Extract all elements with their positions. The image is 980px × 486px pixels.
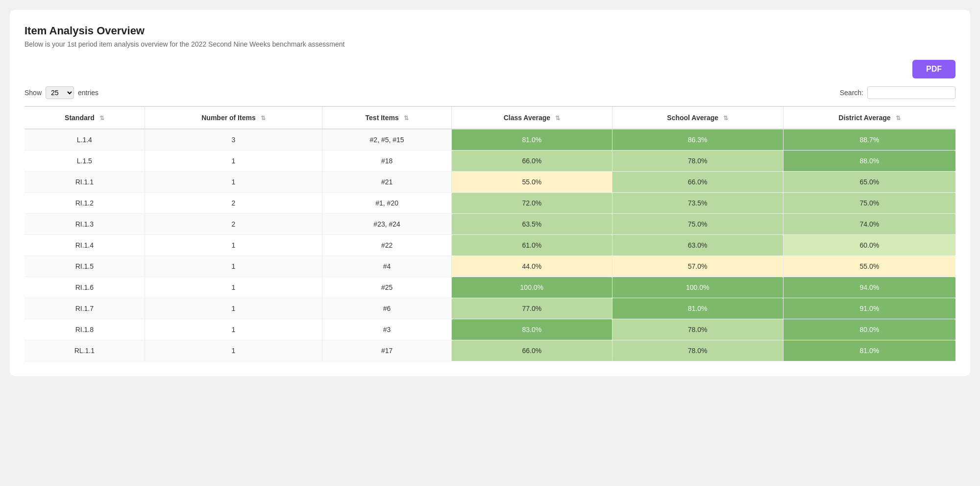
col-num-items-label: Number of Items [201,114,255,122]
cell-standard: RI.1.6 [24,277,145,298]
cell-test-items: #4 [322,256,452,277]
page-title: Item Analysis Overview [24,25,956,37]
cell-num-items: 1 [145,172,322,193]
cell-num-items: 2 [145,214,322,235]
sort-icon-class-avg: ⇅ [555,115,560,122]
col-class-avg-label: Class Average [504,114,550,122]
col-district-avg-label: District Average [838,114,890,122]
cell-standard: RI.1.8 [24,319,145,340]
cell-school-avg: 63.0% [612,235,783,256]
cell-class-avg: 63.5% [452,214,612,235]
col-test-items-label: Test Items [366,114,399,122]
cell-school-avg: 78.0% [612,319,783,340]
entries-select[interactable]: 102550100 [46,86,74,99]
page-subtitle: Below is your 1st period item analysis o… [24,40,956,48]
cell-num-items: 1 [145,151,322,172]
cell-standard: RI.1.7 [24,298,145,319]
table-row: L.1.43#2, #5, #1581.0%86.3%88.7% [24,129,956,151]
show-entries-control: Show 102550100 entries [24,86,98,99]
cell-district-avg: 80.0% [783,319,956,340]
cell-standard: RI.1.2 [24,193,145,214]
cell-num-items: 2 [145,193,322,214]
cell-school-avg: 81.0% [612,298,783,319]
cell-district-avg: 74.0% [783,214,956,235]
cell-district-avg: 60.0% [783,235,956,256]
cell-test-items: #3 [322,319,452,340]
cell-school-avg: 78.0% [612,151,783,172]
cell-class-avg: 66.0% [452,340,612,361]
cell-class-avg: 66.0% [452,151,612,172]
cell-class-avg: 83.0% [452,319,612,340]
col-header-district-avg[interactable]: District Average ⇅ [783,106,956,129]
table-row: RI.1.32#23, #2463.5%75.0%74.0% [24,214,956,235]
table-row: RI.1.41#2261.0%63.0%60.0% [24,235,956,256]
cell-num-items: 1 [145,298,322,319]
cell-num-items: 1 [145,256,322,277]
cell-test-items: #22 [322,235,452,256]
show-label: Show [24,89,42,97]
search-box: Search: [840,86,956,99]
cell-class-avg: 61.0% [452,235,612,256]
toolbar: PDF [24,60,956,78]
cell-test-items: #2, #5, #15 [322,129,452,151]
cell-standard: L.1.5 [24,151,145,172]
cell-district-avg: 65.0% [783,172,956,193]
cell-school-avg: 73.5% [612,193,783,214]
col-header-standard[interactable]: Standard ⇅ [24,106,145,129]
main-container: Item Analysis Overview Below is your 1st… [10,10,970,376]
sort-icon-test-items: ⇅ [404,115,409,122]
cell-district-avg: 91.0% [783,298,956,319]
pdf-button[interactable]: PDF [912,60,956,78]
table-row: L.1.51#1866.0%78.0%88.0% [24,151,956,172]
table-row: RI.1.11#2155.0%66.0%65.0% [24,172,956,193]
sort-icon-num-items: ⇅ [261,115,266,122]
search-input[interactable] [867,86,956,99]
entries-label: entries [78,89,98,97]
cell-num-items: 1 [145,319,322,340]
sort-icon-district-avg: ⇅ [896,115,901,122]
col-school-avg-label: School Average [667,114,718,122]
data-table: Standard ⇅ Number of Items ⇅ Test Items … [24,106,956,361]
cell-class-avg: 77.0% [452,298,612,319]
cell-class-avg: 100.0% [452,277,612,298]
cell-school-avg: 100.0% [612,277,783,298]
table-row: RI.1.61#25100.0%100.0%94.0% [24,277,956,298]
sort-icon-standard: ⇅ [99,115,104,122]
cell-class-avg: 55.0% [452,172,612,193]
cell-standard: RI.1.4 [24,235,145,256]
cell-class-avg: 72.0% [452,193,612,214]
sort-icon-school-avg: ⇅ [723,115,728,122]
cell-standard: RI.1.1 [24,172,145,193]
table-row: RI.1.71#677.0%81.0%91.0% [24,298,956,319]
col-header-test-items[interactable]: Test Items ⇅ [322,106,452,129]
search-label: Search: [840,89,863,97]
table-row: RL.1.11#1766.0%78.0%81.0% [24,340,956,361]
col-header-class-avg[interactable]: Class Average ⇅ [452,106,612,129]
cell-district-avg: 88.7% [783,129,956,151]
cell-class-avg: 44.0% [452,256,612,277]
cell-district-avg: 94.0% [783,277,956,298]
cell-standard: RL.1.1 [24,340,145,361]
col-header-school-avg[interactable]: School Average ⇅ [612,106,783,129]
cell-standard: RI.1.5 [24,256,145,277]
col-header-num-items[interactable]: Number of Items ⇅ [145,106,322,129]
col-standard-label: Standard [65,114,95,122]
cell-test-items: #1, #20 [322,193,452,214]
cell-test-items: #25 [322,277,452,298]
cell-test-items: #21 [322,172,452,193]
cell-school-avg: 86.3% [612,129,783,151]
cell-test-items: #23, #24 [322,214,452,235]
cell-district-avg: 75.0% [783,193,956,214]
cell-num-items: 1 [145,340,322,361]
table-row: RI.1.22#1, #2072.0%73.5%75.0% [24,193,956,214]
cell-standard: RI.1.3 [24,214,145,235]
cell-standard: L.1.4 [24,129,145,151]
table-row: RI.1.51#444.0%57.0%55.0% [24,256,956,277]
table-controls: Show 102550100 entries Search: [24,86,956,99]
cell-district-avg: 55.0% [783,256,956,277]
cell-class-avg: 81.0% [452,129,612,151]
cell-district-avg: 88.0% [783,151,956,172]
table-body: L.1.43#2, #5, #1581.0%86.3%88.7%L.1.51#1… [24,129,956,361]
table-header-row: Standard ⇅ Number of Items ⇅ Test Items … [24,106,956,129]
cell-school-avg: 78.0% [612,340,783,361]
